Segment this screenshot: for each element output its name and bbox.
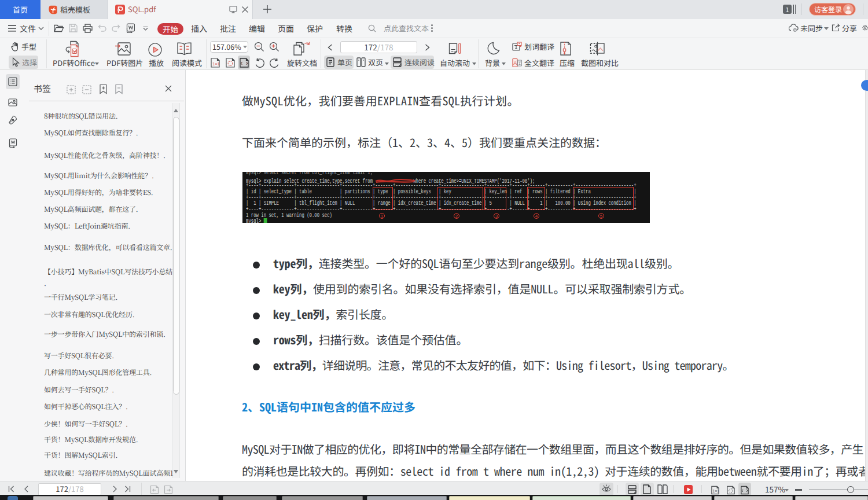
svg-text:1=1: 1=1 — [212, 61, 220, 67]
svg-text:A: A — [513, 60, 517, 66]
svg-text:1=1: 1=1 — [712, 489, 719, 493]
